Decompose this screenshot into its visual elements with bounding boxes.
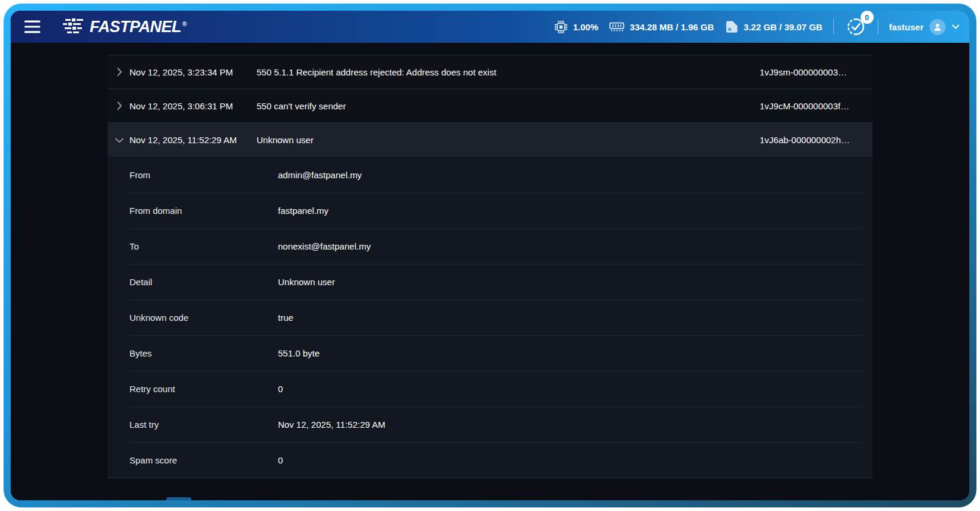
mail-log-content: Nov 12, 2025, 3:23:34 PM 550 5.1.1 Recip…	[11, 43, 969, 478]
detail-row: To nonexist@fastpanel.my	[108, 228, 872, 264]
detail-row: Last try Nov 12, 2025, 11:52:29 AM	[108, 406, 872, 442]
disk-usage-value: 3.22 GB / 39.07 GB	[744, 22, 823, 32]
detail-value: admin@fastpanel.my	[278, 170, 862, 180]
cpu-usage-value: 1.00%	[573, 22, 599, 32]
spacer	[11, 43, 969, 55]
log-date: Nov 12, 2025, 3:23:34 PM	[129, 67, 257, 77]
detail-row: Bytes 551.0 byte	[108, 335, 872, 371]
detail-row: From domain fastpanel.my	[108, 193, 872, 228]
log-date: Nov 12, 2025, 3:06:31 PM	[129, 101, 257, 111]
log-date: Nov 12, 2025, 11:52:29 AM	[129, 135, 257, 145]
detail-row: Unknown code true	[108, 299, 872, 335]
detail-label: From domain	[129, 206, 278, 216]
detail-value: nonexist@fastpanel.my	[278, 241, 862, 251]
chevron-right-icon	[112, 99, 127, 113]
hamburger-icon	[24, 20, 42, 34]
disk-usage-stat: 3.22 GB / 39.07 GB	[725, 20, 823, 34]
avatar	[930, 19, 946, 35]
detail-row: Spam score 0	[108, 442, 872, 478]
detail-row: Detail Unknown user	[108, 264, 872, 299]
detail-value: Unknown user	[278, 277, 862, 287]
memory-usage-value: 334.28 MB / 1.96 GB	[630, 22, 714, 32]
memory-icon	[609, 20, 625, 33]
detail-label: Last try	[129, 419, 278, 430]
detail-row: Retry count 0	[108, 371, 872, 406]
user-icon	[932, 22, 943, 32]
expand-row-button[interactable]	[112, 65, 127, 79]
brand-name: FASTPANEL	[90, 18, 181, 36]
tasks-count-badge: 0	[861, 11, 874, 24]
detail-value: 551.0 byte	[278, 348, 862, 358]
log-message-id: 1vJ9sm-000000003…	[760, 67, 862, 77]
detail-value: 0	[278, 384, 862, 394]
log-message: 550 5.1.1 Recipient address rejected: Ad…	[257, 67, 760, 77]
topbar-divider	[878, 19, 878, 34]
detail-label: Detail	[129, 277, 278, 287]
topbar-divider	[833, 19, 834, 34]
expand-row-button[interactable]	[112, 99, 127, 113]
log-row[interactable]: Nov 12, 2025, 3:23:34 PM 550 5.1.1 Recip…	[108, 55, 872, 89]
registered-mark: ®	[182, 21, 186, 27]
detail-value: true	[278, 313, 862, 323]
detail-value: fastpanel.my	[278, 206, 862, 216]
collapse-row-button[interactable]	[112, 133, 127, 147]
chevron-down-icon	[112, 133, 127, 147]
cpu-usage-stat: 1.00%	[554, 20, 599, 34]
log-message: 550 can't verify sender	[257, 101, 760, 111]
detail-label: Retry count	[129, 384, 278, 394]
log-message: Unknown user	[257, 135, 760, 145]
user-menu-button[interactable]: fastuser	[889, 19, 960, 35]
log-row-expanded[interactable]: Nov 12, 2025, 11:52:29 AM Unknown user 1…	[108, 123, 872, 157]
detail-label: From	[129, 170, 278, 180]
mail-log-table: Nov 12, 2025, 3:23:34 PM 550 5.1.1 Recip…	[108, 55, 872, 478]
detail-label: Bytes	[129, 348, 278, 358]
log-entry-details: From admin@fastpanel.my From domain fast…	[108, 157, 872, 478]
detail-label: To	[129, 241, 278, 251]
detail-row: From admin@fastpanel.my	[108, 157, 872, 193]
log-message-id: 1vJ6ab-000000002h…	[760, 135, 862, 145]
memory-usage-stat: 334.28 MB / 1.96 GB	[609, 20, 714, 33]
topbar-status-area: 1.00% 334.28 MB / 1.96 GB	[554, 15, 960, 38]
detail-label: Unknown code	[129, 313, 278, 323]
log-message-id: 1vJ9cM-000000003f…	[760, 101, 862, 111]
window-frame: FASTPANEL® 1.00%	[4, 4, 976, 507]
partially-visible-footer-button	[166, 497, 191, 500]
username-label: fastuser	[889, 22, 924, 32]
fastpanel-logo[interactable]: FASTPANEL®	[62, 18, 186, 36]
fastpanel-logo-icon	[62, 18, 84, 36]
detail-value: Nov 12, 2025, 11:52:29 AM	[278, 419, 862, 430]
log-row[interactable]: Nov 12, 2025, 3:06:31 PM 550 can't verif…	[108, 89, 872, 123]
screen: FASTPANEL® 1.00%	[11, 11, 969, 500]
detail-value: 0	[278, 455, 862, 465]
chevron-right-icon	[112, 65, 127, 79]
tasks-button[interactable]: 0	[845, 15, 867, 38]
disk-icon	[725, 20, 739, 34]
chevron-down-icon	[951, 24, 960, 30]
top-bar: FASTPANEL® 1.00%	[11, 11, 969, 43]
hamburger-menu-button[interactable]	[19, 16, 46, 37]
cpu-icon	[554, 20, 568, 34]
detail-label: Spam score	[129, 455, 278, 465]
